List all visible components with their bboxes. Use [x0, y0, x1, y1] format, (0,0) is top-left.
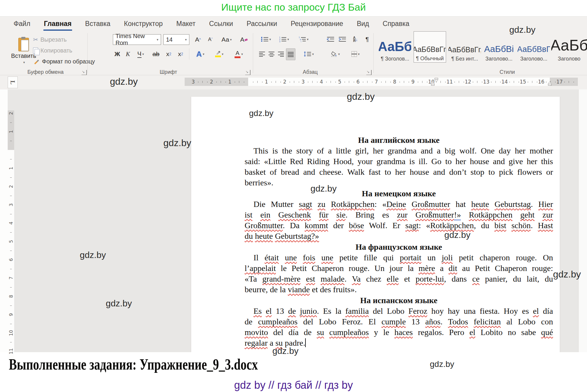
ruler-number: 15 [520, 79, 526, 85]
chevron-down-icon: ▾ [157, 38, 158, 42]
tab-Конструктор[interactable]: Конструктор [123, 17, 163, 31]
italic-button[interactable]: К [123, 48, 133, 60]
misspelled-word: cumpleaños [258, 317, 297, 326]
text-run: del Lobo [369, 306, 408, 316]
style-chip-5[interactable]: АаБбВвГЗаголово... [518, 31, 550, 63]
ribbon-tab-bar: ФайлГлавнаяВставкаКонструкторМакетСсылки… [0, 17, 587, 31]
font-family-value: Times New Rom [116, 33, 156, 46]
shading-button[interactable]: ▾ [327, 48, 344, 60]
text-run: hoy hay una fiesta. Hoy es [427, 306, 533, 316]
style-chip-1[interactable]: АаБб¶ Зоголов... [379, 31, 411, 63]
text-line: movito del día de su cumpleaños y le hac… [245, 327, 553, 338]
tab-Ссылки[interactable]: Ссылки [209, 17, 234, 31]
text-run [262, 306, 266, 316]
ruler-number: 1 [8, 130, 14, 133]
tab-Справка[interactable]: Справка [382, 17, 410, 31]
underline-button[interactable]: Ч ▾ [133, 48, 148, 60]
align-left-button[interactable] [258, 48, 266, 60]
tab-Рецензирование[interactable]: Рецензирование [290, 17, 344, 31]
highlight-button[interactable]: ▾ [210, 48, 228, 60]
format-painter-icon [33, 58, 40, 65]
font-family-select[interactable]: Times New Rom ▾ [113, 34, 161, 45]
increase-indent-button[interactable] [337, 34, 348, 45]
text-run [406, 200, 412, 209]
multilevel-list-button[interactable]: 1 a i ▾ [294, 34, 313, 45]
misspelled-word: joli [442, 253, 453, 262]
misspelled-word: dit [448, 264, 457, 273]
text-effects-button[interactable]: А ▾ [192, 48, 209, 60]
vertical-scrollbar[interactable] [578, 89, 587, 352]
sort-button[interactable]: АЯ ↓ [349, 34, 362, 45]
ruler-number: 5 [338, 79, 342, 85]
tab-Рассылки[interactable]: Рассылки [246, 17, 278, 31]
bullet-list-icon [261, 36, 269, 42]
align-center-button[interactable] [267, 48, 276, 60]
misspelled-word: heute [471, 200, 489, 209]
text-run: y le [369, 328, 394, 337]
style-chip-2[interactable]: АаБбВвГг,¶ Обычный [414, 31, 446, 63]
misspelled-word: sagt [299, 200, 312, 209]
justify-button[interactable] [286, 48, 295, 60]
grow-font-letter: А [195, 36, 199, 43]
tab-Макет[interactable]: Макет [176, 17, 196, 31]
cut-button[interactable]: ✂ Вырезать [33, 35, 67, 44]
bold-button[interactable]: Ж [112, 48, 122, 60]
style-chip-4[interactable]: АаБбВіЗаголово... [483, 31, 515, 63]
superscript-button[interactable]: x2 [175, 48, 186, 60]
format-painter-button[interactable]: Формат по образцу [33, 57, 95, 66]
shrink-font-button[interactable]: Аˇ [204, 34, 216, 45]
misspelled-word: l’appelait [245, 264, 276, 273]
clear-formatting-button[interactable]: А [238, 34, 251, 45]
promo-banner-bottom: gdz by // гдз бай // гдз by [0, 379, 587, 391]
change-case-button[interactable]: Аа ▾ [218, 34, 235, 45]
tab-selector[interactable]: L [8, 76, 18, 88]
numbered-list-button[interactable]: 1 2 3 ▾ [275, 34, 292, 45]
text-line: l’appelait le Petit Chaperon rouge. Un j… [245, 263, 553, 274]
borders-button[interactable]: ▾ [346, 48, 365, 60]
paragraph-dialog-launcher[interactable]: ↘ [366, 70, 372, 75]
misspelled-word: zu [318, 200, 325, 209]
tab-Вставка[interactable]: Вставка [84, 17, 111, 31]
copy-button[interactable]: Копировать [33, 46, 72, 55]
gdz-watermark: gdz.by [310, 184, 336, 194]
tab-Вид[interactable]: Вид [356, 17, 370, 31]
text-line: This is the story of a little girl, her … [245, 146, 553, 156]
horizontal-ruler[interactable]: 3211234567891011121314151617 [185, 78, 578, 86]
font-color-button[interactable]: А ▾ [230, 48, 248, 60]
text-run [253, 231, 255, 241]
font-dialog-launcher[interactable]: ↘ [245, 70, 251, 75]
subscript-button[interactable]: x2 [163, 48, 174, 60]
text-run [325, 200, 331, 209]
text-line: du heute Geburtstag?» [245, 231, 553, 241]
clipboard-dialog-launcher[interactable]: ↘ [82, 70, 87, 75]
misspelled-word: el [266, 306, 272, 316]
style-chip-3[interactable]: АаБбВвГг,¶ Без инт... [448, 31, 481, 63]
text-run [297, 253, 303, 262]
superscript-letter: x [178, 50, 181, 58]
decrease-indent-button[interactable] [325, 34, 336, 45]
misspelled-word: felicitan [474, 317, 501, 326]
text-run: petit chaperon rouge. On [453, 253, 553, 262]
tab-Файл[interactable]: Файл [13, 17, 31, 31]
show-marks-button[interactable]: ¶ [362, 34, 372, 45]
align-right-button[interactable] [277, 48, 285, 60]
misspelled-word: bist [494, 221, 506, 230]
style-chip-6[interactable]: АаБбЗаголово [551, 31, 587, 63]
text-line: de cumpleaños del Lobo Feroz. El cumple … [245, 316, 553, 327]
misspelled-word: Rotkäppchen [331, 200, 375, 209]
bullet-list-button[interactable]: ▾ [258, 34, 274, 45]
font-size-select[interactable]: 14 ▾ [163, 34, 189, 45]
tab-Главная[interactable]: Главная [43, 17, 72, 31]
text-run: . [440, 317, 448, 326]
strikethrough-letters: ab [152, 50, 159, 58]
vertical-ruler[interactable]: 211234567891011 [8, 89, 14, 352]
misspelled-word: qué [541, 328, 553, 337]
strikethrough-button[interactable]: ab [149, 48, 162, 60]
misspelled-word: sagt [405, 221, 419, 230]
grow-font-button[interactable]: А^ [192, 34, 204, 45]
ruler-number: 11 [446, 79, 453, 85]
paste-button[interactable]: Вставить ▾ [13, 34, 34, 68]
gdz-watermark: gdz.by [163, 138, 191, 148]
line-spacing-button[interactable]: ▾ [300, 48, 317, 60]
text-run: , du [474, 221, 494, 230]
